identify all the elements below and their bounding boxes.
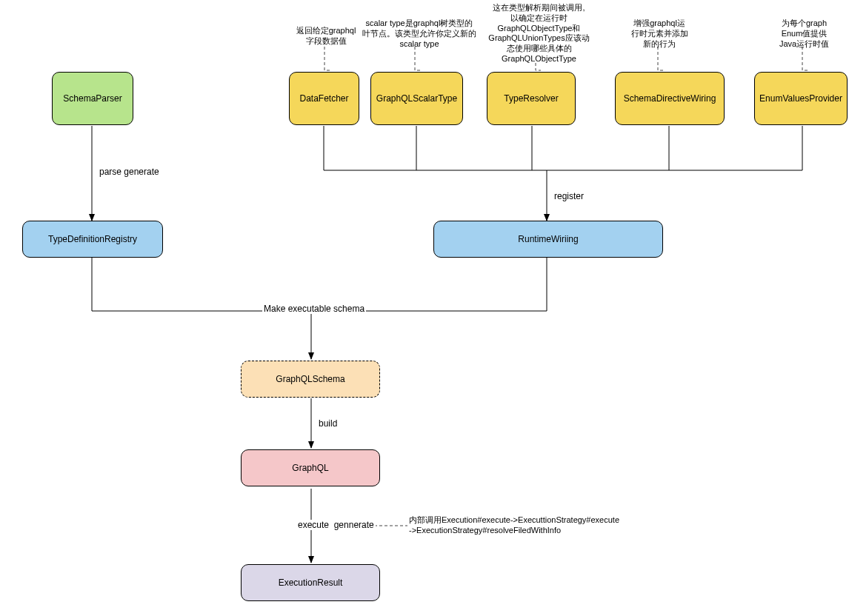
annotation-typeresolver: 这在类型解析期间被调用, 以确定在运行时 GraphQLObjectType和 … — [482, 3, 596, 64]
node-executionresult: ExecutionResult — [241, 564, 380, 601]
node-graphqlschema: GraphQLSchema — [241, 361, 380, 398]
edge-label-build: build — [317, 418, 339, 429]
node-label: TypeDefinitionRegistry — [48, 234, 137, 244]
edge-label-register: register — [553, 191, 585, 201]
annotation-directive: 增强graphql运 行时元素并添加 新的行为 — [622, 19, 696, 49]
node-label: GraphQLScalarType — [376, 93, 457, 104]
node-runtimewiring: RuntimeWiriing — [433, 221, 663, 258]
annotation-scalar: scalar type是graphql树类型的 叶节点。该类型允许你定义新的 s… — [360, 19, 479, 49]
node-label: TypeResolver — [504, 93, 558, 104]
node-label: DataFetcher — [299, 93, 348, 104]
node-typeresolver: TypeResolver — [487, 72, 576, 125]
node-schemaparser: SchemaParser — [52, 72, 133, 125]
node-graphqlscalartype: GraphQLScalarType — [370, 72, 463, 125]
node-label: GraphQLSchema — [276, 374, 344, 384]
edge-label-makeschema: Make executable schema — [262, 304, 366, 314]
annotation-datafetcher: 返回给定graphql 字段数据值 — [282, 26, 370, 47]
node-label: RuntimeWiriing — [518, 234, 578, 244]
node-graphql: GraphQL — [241, 449, 380, 486]
annotation-execute-note: 内部调用Execution#execute->ExecuttionStrateg… — [409, 515, 653, 536]
node-label: SchemaParser — [63, 93, 121, 104]
node-enumvaluesprovider: EnumValuesProvider — [754, 72, 848, 125]
node-label: GraphQL — [292, 463, 328, 473]
annotation-enum: 为每个graph Enum值提供 Java运行时值 — [769, 19, 839, 49]
node-label: SchemaDirectiveWiring — [624, 93, 716, 104]
node-typedefinitionregistry: TypeDefinitionRegistry — [22, 221, 163, 258]
node-label: ExecutionResult — [279, 578, 343, 588]
node-schemadirectivewiring: SchemaDirectiveWiring — [615, 72, 725, 125]
node-label: EnumValuesProvider — [759, 93, 842, 104]
edge-label-execute: execute gennerate — [296, 520, 376, 530]
node-datafetcher: DataFetcher — [289, 72, 359, 125]
edge-label-parse: parse generate — [98, 167, 161, 177]
